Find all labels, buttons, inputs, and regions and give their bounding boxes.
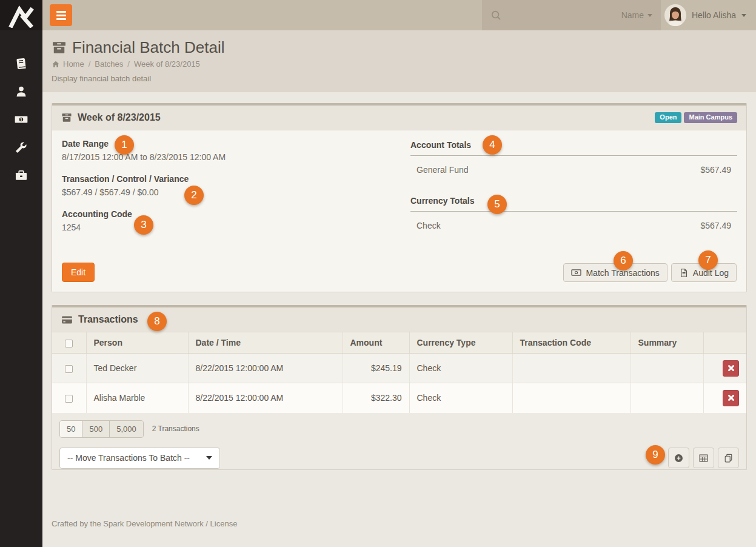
batch-panel-title: Week of 8/23/2015 (78, 112, 161, 123)
cell-currency: Check (409, 383, 512, 413)
batch-box-icon (61, 112, 72, 123)
license-link[interactable]: License (210, 519, 238, 528)
avatar (664, 4, 686, 26)
callout-8: 8 (147, 312, 167, 331)
callout-9: 9 (646, 445, 665, 465)
batch-panel-body: Date Range 8/17/2015 12:00 AM to 8/23/20… (52, 130, 746, 292)
row-checkbox[interactable] (65, 395, 73, 403)
copy-files-icon (723, 453, 734, 463)
menu-toggle-button[interactable] (50, 4, 72, 26)
col-currency: Currency Type (409, 332, 512, 354)
money-icon: 1 (14, 112, 28, 127)
rock-logo[interactable] (0, 0, 42, 30)
breadcrumb-current[interactable]: Week of 8/23/2015 (134, 59, 200, 69)
date-range-value: 8/17/2015 12:00 AM to 8/23/2015 12:00 AM (62, 152, 329, 162)
search-type-dropdown[interactable]: Name (621, 10, 652, 20)
grid-actions: -- Move Transactions To Batch -- (52, 444, 746, 469)
search-bar: Name (482, 0, 661, 30)
breadcrumb-batches[interactable]: Batches (95, 59, 123, 69)
callout-6: 6 (614, 251, 633, 270)
export-copy-button[interactable] (718, 448, 739, 468)
page-title: Financial Batch Detail (52, 38, 747, 56)
cell-person: Alisha Marble (86, 383, 188, 413)
table-row[interactable]: Alisha Marble 8/22/2015 12:00:00 AM $322… (52, 383, 746, 413)
col-person: Person (86, 332, 188, 354)
sidebar-item-money[interactable]: 1 (0, 106, 42, 133)
transaction-count: 2 Transactions (152, 425, 199, 433)
transactions-table: Person Date / Time Amount Currency Type … (52, 332, 746, 413)
cell-summary (631, 383, 703, 413)
col-code: Transaction Code (512, 332, 631, 354)
page-size-5000[interactable]: 5,000 (109, 421, 143, 437)
user-menu[interactable]: Hello Alisha (661, 0, 756, 30)
sidebar: 1 (0, 0, 42, 547)
breadcrumb-home[interactable]: Home (52, 59, 84, 69)
account-totals-heading: Account Totals (410, 135, 737, 156)
cell-code (512, 354, 631, 383)
page-size-50[interactable]: 50 (60, 421, 82, 437)
page-size-500[interactable]: 500 (82, 421, 109, 437)
table-icon (698, 453, 709, 463)
sidebar-item-book[interactable] (0, 50, 42, 78)
callout-7: 7 (698, 250, 718, 270)
cell-currency: Check (409, 354, 512, 383)
hamburger-icon (56, 11, 66, 13)
batch-panel-heading: Week of 8/23/2015 Open Main Campus (52, 106, 746, 130)
col-amount: Amount (343, 332, 409, 354)
callout-3: 3 (134, 215, 153, 235)
row-checkbox[interactable] (65, 365, 73, 373)
person-icon (15, 85, 28, 98)
accounting-code-value: 1254 (62, 223, 329, 232)
sidebar-item-person[interactable] (0, 78, 42, 106)
page-description: Display financial batch detail (52, 74, 747, 83)
sidebar-item-briefcase[interactable] (0, 161, 42, 189)
breadcrumb: Home / Batches / Week of 8/23/2015 (52, 59, 747, 69)
col-datetime: Date / Time (188, 332, 343, 354)
account-name: General Fund (416, 165, 469, 175)
currency-total-row: Check $567.49 (410, 212, 737, 239)
callout-1: 1 (115, 135, 134, 155)
delete-row-button[interactable] (723, 390, 739, 406)
batch-detail-panel: Week of 8/23/2015 Open Main Campus Date … (52, 103, 747, 292)
footer: Crafted by the Spark Development Network… (52, 519, 747, 528)
search-input[interactable] (507, 10, 617, 20)
currency-totals-heading: Currency Totals (410, 191, 737, 212)
add-transaction-button[interactable] (668, 448, 689, 468)
table-header-row: Person Date / Time Amount Currency Type … (52, 332, 746, 354)
batch-box-icon (52, 40, 67, 55)
cell-datetime: 8/22/2015 12:00:00 AM (188, 354, 343, 383)
search-icon (490, 10, 502, 21)
status-badge: Open (655, 112, 681, 123)
cell-amount: $245.19 (343, 354, 409, 383)
cell-datetime: 8/22/2015 12:00:00 AM (188, 383, 343, 413)
sidebar-item-wrench[interactable] (0, 133, 42, 161)
delete-row-button[interactable] (723, 360, 739, 377)
grid-columns-button[interactable] (693, 448, 714, 468)
top-bar: Name Hello Alisha (42, 0, 756, 30)
plus-circle-icon (674, 453, 684, 463)
callout-2: 2 (184, 186, 204, 205)
footer-credit: Crafted by the Spark Development Network… (52, 519, 210, 528)
grid-paging: 50 500 5,000 2 Transactions (52, 413, 746, 444)
cell-person: Ted Decker (86, 354, 188, 383)
account-amount: $567.49 (700, 165, 731, 175)
select-all-checkbox[interactable] (65, 340, 73, 347)
move-to-batch-select[interactable]: -- Move Transactions To Batch -- (59, 448, 220, 469)
campus-badge: Main Campus (684, 112, 737, 123)
greeting-label: Hello Alisha (692, 10, 736, 20)
cell-summary (631, 354, 703, 383)
badges: Open Main Campus (655, 112, 737, 123)
currency-name: Check (416, 221, 441, 230)
accounting-code-label: Accounting Code (62, 209, 329, 219)
sidebar-nav: 1 (0, 30, 42, 189)
delete-icon (728, 394, 735, 401)
table-row[interactable]: Ted Decker 8/22/2015 12:00:00 AM $245.19… (52, 354, 746, 383)
edit-button[interactable]: Edit (62, 263, 95, 282)
callout-5: 5 (487, 195, 507, 214)
chevron-down-icon (647, 14, 652, 17)
book-icon (15, 57, 28, 70)
page-size-group: 50 500 5,000 (59, 420, 144, 438)
batch-totals: Account Totals General Fund $567.49 Curr… (410, 135, 737, 239)
credit-card-icon (61, 314, 73, 326)
chevron-down-icon (741, 14, 746, 17)
